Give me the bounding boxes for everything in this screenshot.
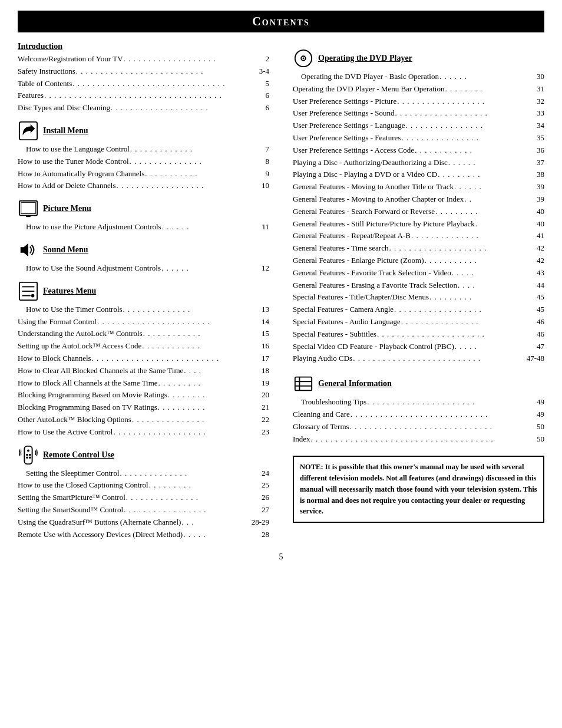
- toc-entry: Using the Format Control . . . . . . . .…: [18, 316, 269, 328]
- toc-entry: How to Block Channels . . . . . . . . . …: [18, 353, 269, 365]
- toc-entry: General Features - Still Picture/Picture…: [293, 218, 544, 230]
- toc-entry: Using the QuadraSurf™ Buttons (Alternate…: [18, 516, 269, 529]
- toc-entry: Setting up the AutoLock™ Access Code . .…: [18, 340, 269, 353]
- toc-entry: General Features - Moving to Another Cha…: [293, 193, 544, 206]
- note-text: NOTE: It is possible that this owner's m…: [300, 463, 537, 515]
- general-info-entries: Troubleshooting Tips . . . . . . . . . .…: [293, 396, 544, 445]
- toc-entry: Remote Use with Accessory Devices (Direc…: [18, 529, 269, 541]
- title-bar: Contents: [18, 11, 544, 32]
- svg-point-19: [303, 58, 305, 60]
- left-column: Introduction Welcome/Registration of You…: [18, 42, 274, 541]
- features-menu-heading: Features Menu: [43, 286, 96, 296]
- toc-entry: General Features - Repeat/Repeat A-B . .…: [293, 230, 544, 242]
- toc-entry: Welcome/Registration of Your TV . . . . …: [18, 53, 269, 65]
- dvd-player-heading: Operating the DVD Player: [318, 54, 412, 63]
- features-icon: [18, 281, 39, 302]
- features-menu-header: Features Menu: [18, 281, 269, 302]
- picture-icon: [18, 198, 39, 219]
- toc-entry: Playing a Disc - Playing a DVD or a Vide…: [293, 169, 544, 181]
- toc-entry: Special Features - Subtitles . . . . . .…: [293, 328, 544, 341]
- toc-entry: How to Use the Active Control . . . . . …: [18, 426, 269, 439]
- toc-entry: User Preference Settings - Access Code .…: [293, 144, 544, 157]
- toc-entry: General Features - Time search . . . . .…: [293, 242, 544, 255]
- toc-entry: Other AutoLock™ Blocking Options . . . .…: [18, 414, 269, 426]
- toc-entry: How to Add or Delete Channels . . . . . …: [18, 180, 269, 192]
- toc-entry: How to Use the Sound Adjustment Controls…: [18, 262, 269, 275]
- toc-entry: Blocking Programming Based on Movie Rati…: [18, 389, 269, 401]
- page: Contents Introduction Welcome/Registrati…: [0, 0, 562, 728]
- toc-entry: User Preference Settings - Sound . . . .…: [293, 107, 544, 120]
- sound-menu-entries: How to Use the Sound Adjustment Controls…: [18, 262, 269, 275]
- toc-entry: Disc Types and Disc Cleaning . . . . . .…: [18, 102, 269, 114]
- toc-entry: General Features - Enlarge Picture (Zoom…: [293, 255, 544, 267]
- page-title: Contents: [252, 15, 309, 28]
- toc-entry: User Preference Settings - Language . . …: [293, 120, 544, 132]
- toc-entry: Troubleshooting Tips . . . . . . . . . .…: [293, 396, 544, 409]
- install-icon: [18, 120, 39, 141]
- note-box: NOTE: It is possible that this owner's m…: [293, 456, 544, 523]
- svg-rect-14: [29, 454, 31, 456]
- toc-entry: How to Block All Channels at the Same Ti…: [18, 377, 269, 390]
- toc-entry: Blocking Programming Based on TV Ratings…: [18, 401, 269, 414]
- general-info-header: General Information: [293, 373, 544, 394]
- toc-entry: Setting the Sleeptimer Control . . . . .…: [18, 467, 269, 480]
- toc-entry: Special Video CD Feature - Playback Cont…: [293, 341, 544, 353]
- toc-entry: Setting the SmartSound™ Control . . . . …: [18, 504, 269, 516]
- install-menu-heading: Install Menu: [43, 126, 88, 136]
- remote-control-heading: Remote Control Use: [43, 450, 114, 460]
- svg-rect-20: [295, 377, 312, 391]
- remote-icon: [18, 444, 39, 466]
- toc-entry: How to use the Language Control . . . . …: [18, 143, 269, 156]
- svg-rect-1: [19, 201, 37, 216]
- picture-menu-heading: Picture Menu: [43, 204, 91, 213]
- toc-entry: User Preference Settings - Picture . . .…: [293, 95, 544, 108]
- sound-icon: [18, 239, 39, 261]
- dvd-player-entries: Operating the DVD Player - Basic Operati…: [293, 71, 544, 365]
- remote-control-entries: Setting the Sleeptimer Control . . . . .…: [18, 467, 269, 541]
- introduction-entries: Welcome/Registration of Your TV . . . . …: [18, 53, 269, 114]
- toc-entry: Table of Contents . . . . . . . . . . . …: [18, 78, 269, 90]
- toc-entry: Safety Instructions . . . . . . . . . . …: [18, 65, 269, 78]
- toc-entry: General Features - Favorite Track Select…: [293, 267, 544, 279]
- toc-entry: Cleaning and Care . . . . . . . . . . . …: [293, 409, 544, 421]
- toc-entry: How to use the Tuner Mode Control . . . …: [18, 156, 269, 168]
- toc-entry: Special Features - Title/Chapter/Disc Me…: [293, 291, 544, 304]
- toc-entry: User Preference Settings - Features . . …: [293, 132, 544, 144]
- toc-entry: Understanding the AutoLock™ Controls . .…: [18, 328, 269, 340]
- toc-entry: How to Use the Timer Controls . . . . . …: [18, 304, 269, 316]
- general-info-icon: [293, 373, 314, 394]
- svg-rect-2: [21, 203, 36, 214]
- toc-entry: Playing Audio CDs . . . . . . . . . . . …: [293, 353, 544, 365]
- picture-menu-entries: How to use the Picture Adjustment Contro…: [18, 221, 269, 233]
- toc-entry: How to use the Closed Captioning Control…: [18, 479, 269, 492]
- toc-entry: Playing a Disc - Authorizing/Deauthorizi…: [293, 157, 544, 169]
- toc-entry: General Features - Erasing a Favorite Tr…: [293, 279, 544, 292]
- install-menu-header: Install Menu: [18, 120, 269, 141]
- dvd-player-header: Operating the DVD Player: [293, 48, 544, 69]
- toc-entry: General Features - Search Forward or Rev…: [293, 206, 544, 218]
- toc-entry: Features . . . . . . . . . . . . . . . .…: [18, 90, 269, 102]
- svg-point-12: [27, 449, 29, 452]
- sound-menu-heading: Sound Menu: [43, 245, 88, 255]
- remote-control-header: Remote Control Use: [18, 444, 269, 466]
- toc-entry: How to use the Picture Adjustment Contro…: [18, 221, 269, 233]
- introduction-heading: Introduction: [18, 42, 269, 51]
- svg-rect-13: [26, 454, 28, 456]
- features-menu-entries: How to Use the Timer Controls . . . . . …: [18, 304, 269, 439]
- toc-entry: Glossary of Terms . . . . . . . . . . . …: [293, 421, 544, 433]
- toc-entry: General Features - Moving to Another Tit…: [293, 181, 544, 193]
- svg-rect-16: [29, 456, 31, 458]
- toc-entry: Operating the DVD Player - Basic Operati…: [293, 71, 544, 83]
- page-number: 5: [18, 552, 544, 562]
- general-info-heading: General Information: [318, 379, 392, 388]
- toc-entry: Special Features - Audio Language . . . …: [293, 316, 544, 328]
- picture-menu-header: Picture Menu: [18, 198, 269, 219]
- svg-point-10: [31, 294, 35, 297]
- toc-entry: How to Automatically Program Channels . …: [18, 168, 269, 180]
- svg-rect-15: [26, 456, 28, 458]
- dvd-icon: [293, 48, 314, 69]
- toc-entry: Special Features - Camera Angle . . . . …: [293, 304, 544, 316]
- install-menu-entries: How to use the Language Control . . . . …: [18, 143, 269, 192]
- toc-entry: Operating the DVD Player - Menu Bar Oper…: [293, 83, 544, 95]
- right-column: Operating the DVD Player Operating the D…: [288, 42, 544, 541]
